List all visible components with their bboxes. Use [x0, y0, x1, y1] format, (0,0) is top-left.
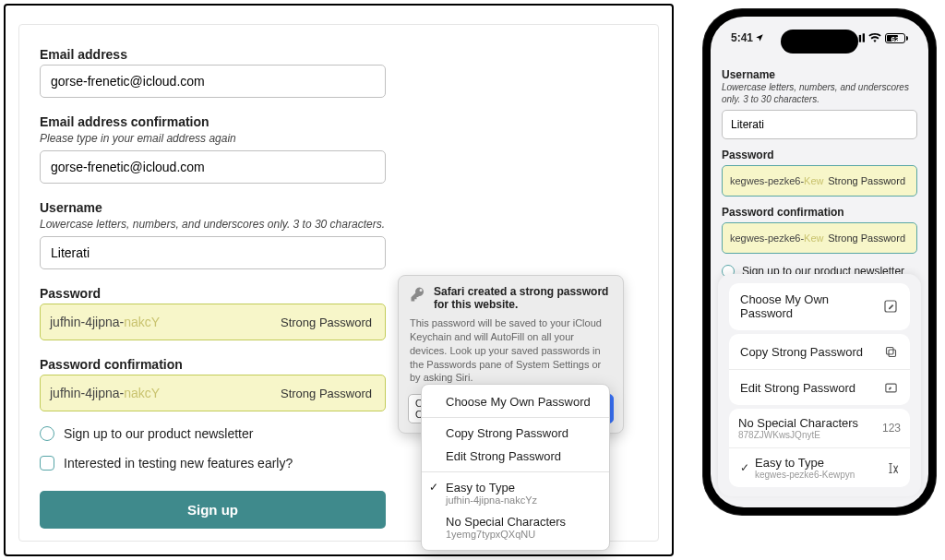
checkbox-icon	[40, 456, 54, 471]
email-confirm-label: Email address confirmation	[40, 114, 638, 129]
svg-rect-5	[889, 350, 896, 357]
menu-easy-sub: jufhin-4jipna-nakcYz	[446, 494, 594, 506]
username-label: Username	[40, 200, 638, 215]
ios-username-label: Username	[722, 68, 917, 81]
password-visible-text: jufhin-4jipna-nakcY	[50, 315, 160, 329]
ios-password-field[interactable]: kegwes-pezke6-Kew Strong Password	[722, 165, 917, 197]
email-confirm-hint: Please type in your email address again	[40, 132, 638, 145]
strong-password-badge: Strong Password	[277, 313, 376, 332]
ios-menu-own-label: Choose My Own Password	[740, 292, 869, 321]
ios-password-confirm-text: kegwes-pezke6-Kew	[730, 232, 824, 244]
svg-rect-2	[859, 35, 861, 42]
ios-password-confirm-label: Password confirmation	[722, 206, 917, 219]
signup-button[interactable]: Sign up	[40, 491, 386, 529]
battery-icon: 62	[885, 33, 908, 43]
ios-password-options-sheet: Choose My Own Password Copy Strong Passw…	[718, 274, 921, 496]
ios-menu-nospec-label: No Special Characters	[738, 416, 858, 430]
menu-edit-strong-password[interactable]: Edit Strong Password	[422, 445, 609, 468]
ios-password-confirm-field[interactable]: kegwes-pezke6-Kew Strong Password	[722, 222, 917, 254]
autofill-title: Safari created a strong password for thi…	[434, 285, 612, 311]
strong-password-badge: Strong Password	[824, 173, 909, 189]
menu-easy-label: Easy to Type	[446, 481, 594, 494]
ios-password-text: kegwes-pezke6-Kew	[730, 175, 824, 186]
ios-menu-no-special-characters[interactable]: No Special Characters 878ZJWKwsJQnytE 12…	[729, 409, 910, 447]
email-label: Email address	[40, 47, 638, 62]
location-icon	[755, 33, 764, 42]
ios-menu-edit-strong-password[interactable]: Edit Strong Password	[729, 369, 910, 405]
ios-menu-easy-to-type[interactable]: ✓ Easy to Type kegwes-pezke6-Kewpyn	[729, 447, 910, 487]
ios-username-field[interactable]	[722, 110, 917, 139]
ios-form: Username Lowercase letters, numbers, and…	[722, 65, 917, 278]
password-field[interactable]: jufhin-4jipna-nakcY Strong Password	[40, 304, 386, 340]
autofill-subtext: This password will be saved to your iClo…	[399, 316, 623, 394]
ios-menu-choose-own-password[interactable]: Choose My Own Password	[729, 283, 910, 330]
ios-menu-edit-label: Edit Strong Password	[740, 381, 855, 395]
numeric-icon: 123	[882, 422, 901, 435]
ios-menu-copy-label: Copy Strong Password	[740, 345, 863, 359]
copy-icon	[882, 343, 899, 360]
edit-box-icon	[882, 379, 899, 396]
menu-nospec-label: No Special Characters	[446, 515, 594, 529]
menu-nospec-sub: 1yemg7typxQXqNU	[446, 529, 594, 540]
wifi-icon	[868, 33, 881, 42]
dynamic-island	[781, 30, 858, 54]
email-field[interactable]	[40, 65, 386, 98]
desktop-signup-window: Email address Email address confirmation…	[4, 4, 674, 556]
ios-menu-easy-label: Easy to Type	[755, 456, 855, 470]
ios-username-hint: Lowercase letters, numbers, and undersco…	[722, 82, 917, 105]
beta-label: Interested in testing new features early…	[64, 456, 293, 471]
menu-easy-to-type[interactable]: Easy to Type jufhin-4jipna-nakcYz	[422, 476, 609, 510]
strong-password-badge: Strong Password	[824, 230, 909, 246]
ios-menu-copy-strong-password[interactable]: Copy Strong Password	[729, 334, 910, 369]
key-icon	[410, 286, 426, 303]
iphone-mock: 5:41 62 Username Lowercase letters, numb…	[703, 9, 936, 515]
ios-menu-easy-sub: kegwes-pezke6-Kewpyn	[755, 470, 855, 480]
svg-rect-3	[863, 33, 865, 42]
ios-password-label: Password	[722, 149, 917, 161]
menu-no-special-characters[interactable]: No Special Characters 1yemg7typxQXqNU	[422, 510, 609, 544]
other-options-menu: Choose My Own Password Copy Strong Passw…	[421, 384, 610, 551]
ios-menu-nospec-sub: 878ZJWKwsJQnytE	[738, 430, 858, 440]
menu-choose-own-password[interactable]: Choose My Own Password	[422, 390, 609, 413]
checkmark-icon: ✓	[738, 461, 751, 474]
status-time: 5:41	[731, 31, 753, 44]
checkbox-icon	[40, 426, 54, 441]
password-confirm-visible-text: jufhin-4jipna-nakcY	[50, 386, 160, 400]
menu-copy-strong-password[interactable]: Copy Strong Password	[422, 422, 609, 445]
newsletter-label: Sign up to our product newsletter	[64, 426, 253, 441]
username-hint: Lowercase letters, numbers, and undersco…	[40, 218, 638, 231]
username-field[interactable]	[40, 236, 386, 269]
strong-password-badge: Strong Password	[277, 384, 376, 403]
svg-rect-6	[886, 347, 893, 354]
iphone-screen: 5:41 62 Username Lowercase letters, numb…	[711, 17, 928, 507]
email-confirm-field[interactable]	[40, 150, 386, 184]
pencil-box-icon	[882, 298, 899, 315]
text-cursor-icon	[884, 459, 901, 476]
password-confirm-field[interactable]: jufhin-4jipna-nakcY Strong Password	[40, 375, 386, 411]
